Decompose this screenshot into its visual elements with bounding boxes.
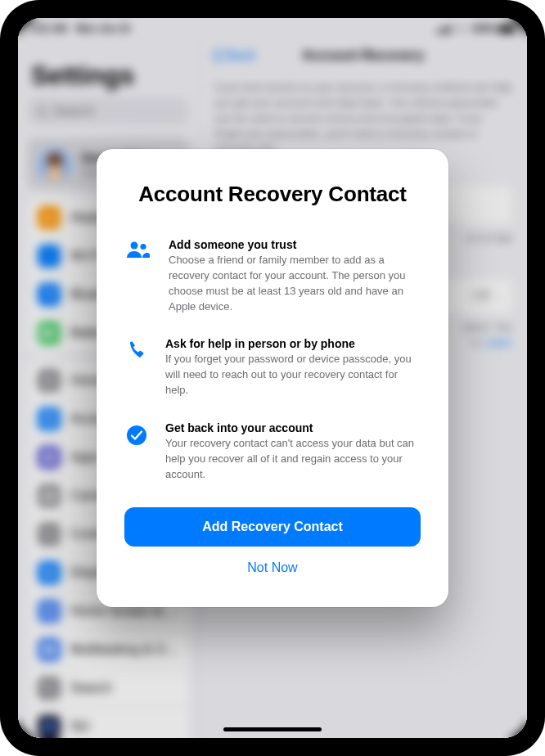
svg-point-34 — [131, 242, 138, 250]
modal-title: Account Recovery Contact — [124, 182, 421, 207]
feature-icon-2 — [124, 421, 149, 448]
feature-desc: If you forget your password or device pa… — [165, 352, 421, 398]
feature-desc: Your recovery contact can't access your … — [165, 436, 421, 483]
feature-icon-1 — [124, 337, 149, 363]
account-recovery-modal: Account Recovery Contact Add someone you… — [97, 149, 448, 607]
feature-icon-0 — [124, 238, 152, 259]
svg-point-36 — [127, 425, 146, 445]
modal-feature-1: Ask for help in person or by phone If yo… — [124, 337, 421, 398]
not-now-button[interactable]: Not Now — [124, 551, 421, 584]
modal-feature-0: Add someone you trust Choose a friend or… — [124, 238, 421, 314]
svg-point-35 — [141, 244, 146, 250]
feature-title: Add someone you trust — [169, 238, 421, 251]
home-indicator[interactable] — [223, 727, 322, 731]
modal-feature-2: Get back into your account Your recovery… — [124, 421, 421, 483]
feature-title: Get back into your account — [165, 421, 421, 434]
feature-desc: Choose a friend or family member to add … — [169, 253, 421, 314]
add-recovery-contact-button[interactable]: Add Recovery Contact — [124, 507, 421, 547]
feature-title: Ask for help in person or by phone — [165, 337, 421, 350]
